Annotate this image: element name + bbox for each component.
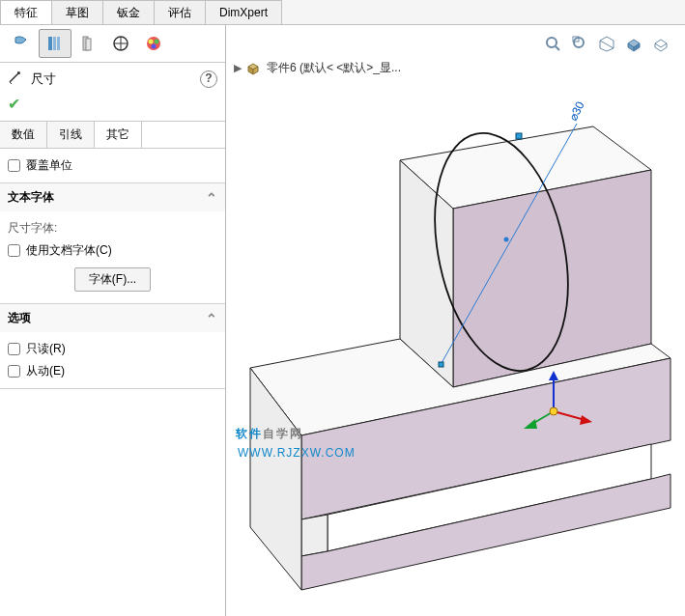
subtab-value[interactable]: 数值 <box>0 122 47 148</box>
dim-font-label: 尺寸字体: <box>8 217 217 239</box>
caret-up-icon: ⌃ <box>206 311 217 326</box>
watermark-url: WWW.RJZXW.COM <box>238 446 356 460</box>
svg-rect-0 <box>48 37 52 50</box>
panel-mode-row <box>0 25 225 63</box>
dimension-label[interactable]: ⌀30 <box>566 99 587 124</box>
model-view[interactable]: ⌀30 <box>226 25 685 616</box>
help-icon[interactable]: ? <box>200 70 217 88</box>
section-textfont-title: 文本字体 <box>8 189 54 206</box>
override-units-label: 覆盖单位 <box>26 157 72 174</box>
use-doc-font-checkbox[interactable]: 使用文档字体(C) <box>8 239 217 262</box>
pm-dim-icon[interactable] <box>104 29 137 58</box>
panel-title: 尺寸 <box>31 70 200 88</box>
svg-rect-28 <box>516 133 522 139</box>
svg-rect-4 <box>86 39 91 50</box>
pm-appearance-icon[interactable] <box>137 29 170 58</box>
svg-point-10 <box>155 40 159 44</box>
use-doc-font-label: 使用文档字体(C) <box>26 242 112 259</box>
pm-config-icon[interactable] <box>71 29 104 58</box>
tab-feature[interactable]: 特征 <box>0 0 52 24</box>
property-subtabs: 数值 引线 其它 <box>0 121 225 149</box>
svg-point-30 <box>504 238 509 242</box>
readonly-checkbox[interactable]: 只读(R) <box>8 338 217 360</box>
dimension-tool-icon <box>8 69 25 89</box>
driven-checkbox[interactable]: 从动(E) <box>8 360 217 382</box>
tab-dimxpert[interactable]: DimXpert <box>205 0 282 24</box>
viewport[interactable]: ▶ 零件6 (默认< <默认>_显... <box>226 25 685 616</box>
pm-property-icon[interactable] <box>39 29 71 58</box>
svg-rect-1 <box>53 37 56 50</box>
section-options-head[interactable]: 选项 ⌃ <box>0 304 225 332</box>
tab-evaluate[interactable]: 评估 <box>154 0 206 24</box>
property-panel: 尺寸 ? ✔ 数值 引线 其它 覆盖单位 文本字体 ⌃ 尺寸字体: <box>0 25 226 616</box>
svg-point-11 <box>152 44 157 49</box>
subtab-other[interactable]: 其它 <box>95 122 142 148</box>
top-tabs: 特征 草图 钣金 评估 DimXpert <box>0 0 685 25</box>
svg-rect-2 <box>57 37 60 50</box>
svg-point-9 <box>149 40 154 44</box>
svg-rect-29 <box>439 362 443 367</box>
driven-label: 从动(E) <box>26 363 65 379</box>
svg-marker-23 <box>301 515 328 556</box>
section-textfont-head[interactable]: 文本字体 ⌃ <box>0 183 225 211</box>
confirm-check-icon[interactable]: ✔ <box>0 95 225 121</box>
caret-up-icon: ⌃ <box>206 190 217 206</box>
section-options-title: 选项 <box>8 310 31 326</box>
subtab-leaders[interactable]: 引线 <box>47 122 95 148</box>
tab-sketch[interactable]: 草图 <box>51 0 103 24</box>
font-button[interactable]: 字体(F)... <box>74 267 151 292</box>
override-units-checkbox[interactable]: 覆盖单位 <box>8 154 217 177</box>
readonly-label: 只读(R) <box>26 341 66 357</box>
tab-sheetmetal[interactable]: 钣金 <box>102 0 155 24</box>
pm-feature-icon[interactable] <box>6 29 39 58</box>
svg-point-37 <box>550 407 557 415</box>
watermark-text: 软件自学网 <box>236 411 303 444</box>
